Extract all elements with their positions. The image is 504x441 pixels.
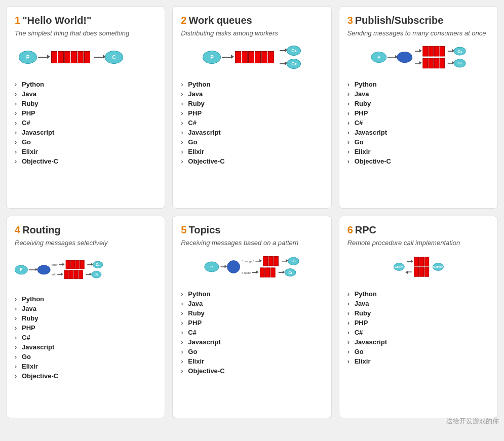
lang-ruby[interactable]: Ruby: [181, 99, 323, 108]
producer-node: P: [15, 265, 28, 274]
lang-elixir[interactable]: Elixir: [347, 356, 489, 366]
lang-javascript[interactable]: Javascript: [347, 337, 489, 347]
lang-python[interactable]: Python: [15, 294, 157, 304]
card-hello-languages: Python Java Ruby PHP C# Javascript Go El…: [15, 79, 157, 166]
lang-javascript[interactable]: Javascript: [181, 128, 323, 137]
lang-javascript[interactable]: Javascript: [181, 337, 323, 347]
card-routing-languages: Python Java Ruby PHP C# Javascript Go El…: [15, 294, 157, 381]
arrow-q2: [415, 63, 420, 64]
lang-csharp[interactable]: C#: [181, 118, 323, 128]
lang-elixir[interactable]: Elixir: [181, 147, 323, 156]
lang-csharp[interactable]: C#: [347, 118, 489, 128]
lang-elixir[interactable]: Elixir: [15, 362, 157, 371]
consumer2-node: C₂: [454, 59, 466, 67]
lang-java[interactable]: Java: [15, 304, 157, 313]
lang-python[interactable]: Python: [347, 289, 489, 299]
lang-objc[interactable]: Objective-C: [347, 156, 489, 166]
lang-csharp[interactable]: C#: [347, 328, 489, 337]
queue1-node: [422, 46, 445, 56]
arrow1: [221, 266, 226, 267]
card-routing-diagram: P error C₁: [15, 252, 157, 287]
lang-javascript[interactable]: Javascript: [15, 342, 157, 352]
arrow-c1: [280, 50, 286, 51]
lang-go[interactable]: Go: [181, 347, 323, 356]
lang-php[interactable]: PHP: [15, 323, 157, 333]
lang-csharp[interactable]: C#: [181, 328, 323, 337]
lang-php[interactable]: PHP: [347, 318, 489, 328]
lang-php[interactable]: PHP: [181, 318, 323, 328]
card-topics-diagram: P *.orange.* C₁ #.rabbit: [195, 255, 308, 279]
lang-csharp[interactable]: C#: [15, 333, 157, 342]
lang-elixir[interactable]: Elixir: [181, 356, 323, 366]
lang-php[interactable]: PHP: [347, 108, 489, 118]
lang-objc[interactable]: Objective-C: [15, 371, 157, 381]
lang-ruby[interactable]: Ruby: [15, 99, 157, 108]
lang-go[interactable]: Go: [15, 352, 157, 362]
lang-java[interactable]: Java: [347, 299, 489, 308]
card-hello-desc: The simplest thing that does something: [15, 29, 157, 37]
consumer1-node: C₁: [287, 46, 301, 56]
queue1-node: [66, 260, 85, 269]
lang-elixir[interactable]: Elixir: [347, 147, 489, 156]
lang-go[interactable]: Go: [181, 137, 323, 147]
arrow-c1: [282, 261, 287, 262]
lang-ruby[interactable]: Ruby: [181, 308, 323, 318]
queue2-node: [64, 270, 83, 278]
arrow-c2: [448, 63, 453, 64]
lang-javascript[interactable]: Javascript: [15, 128, 157, 137]
lang-elixir[interactable]: Elixir: [15, 147, 157, 156]
arrow-c1: [87, 264, 92, 265]
reply-arrow: [407, 271, 411, 272]
lang-objc[interactable]: Objective-C: [181, 366, 323, 376]
queue-node: [235, 51, 275, 63]
lang-php[interactable]: PHP: [181, 108, 323, 118]
lang-objc[interactable]: Objective-C: [181, 156, 323, 166]
arrow1: [222, 57, 232, 58]
server-node: Server: [433, 263, 444, 271]
lang-ruby[interactable]: Ruby: [15, 313, 157, 323]
lang-java[interactable]: Java: [15, 89, 157, 99]
lang-java[interactable]: Java: [181, 89, 323, 99]
queue1-node: [263, 256, 279, 266]
card-pubsub-languages: Python Java Ruby PHP C# Javascript Go El…: [347, 79, 489, 166]
producer-node: P: [205, 262, 219, 272]
card-pubsub: 3Publish/Subscribe Sending messages to m…: [339, 6, 498, 209]
card-topics: 5Topics Receiving messages based on a pa…: [172, 216, 331, 418]
lang-go[interactable]: Go: [347, 137, 489, 147]
lang-javascript[interactable]: Javascript: [347, 128, 489, 137]
lang-php[interactable]: PHP: [15, 108, 157, 118]
lang-csharp[interactable]: C#: [15, 118, 157, 128]
lang-go[interactable]: Go: [15, 137, 157, 147]
lang-java[interactable]: Java: [347, 89, 489, 99]
lang-python[interactable]: Python: [347, 79, 489, 89]
queue2-node: [260, 268, 276, 277]
req-arrow: [407, 261, 411, 262]
card-rpc-diagram: Client: [363, 255, 474, 279]
producer-node: P: [19, 51, 37, 64]
exchange-node: [227, 260, 241, 273]
arrow-c2: [280, 63, 286, 64]
card-rpc-languages: Python Java Ruby PHP C# Javascript Go El…: [347, 289, 489, 366]
lang-java[interactable]: Java: [181, 299, 323, 308]
producer-node: P: [371, 52, 386, 63]
lang-python[interactable]: Python: [181, 289, 323, 299]
arrow-q2: [253, 272, 258, 273]
lang-python[interactable]: Python: [15, 79, 157, 89]
lang-ruby[interactable]: Ruby: [347, 99, 489, 108]
card-hello-title: 1"Hello World!": [15, 15, 157, 26]
consumer2-node: C₂: [285, 268, 296, 276]
arrow1: [29, 269, 36, 269]
card-pubsub-desc: Sending messages to many consumers at on…: [347, 29, 489, 37]
card-hello: 1"Hello World!" The simplest thing that …: [6, 6, 165, 209]
arrow-q1: [256, 261, 261, 262]
lang-ruby[interactable]: Ruby: [347, 308, 489, 318]
card-work-languages: Python Java Ruby PHP C# Javascript Go El…: [181, 79, 323, 166]
lang-python[interactable]: Python: [181, 79, 323, 89]
card-rpc-title: 6RPC: [347, 224, 489, 236]
queue2-node: [422, 58, 445, 68]
card-routing-desc: Receiving messages selectively: [15, 239, 157, 247]
lang-objc[interactable]: Objective-C: [15, 156, 157, 166]
lang-go[interactable]: Go: [347, 347, 489, 356]
arrow1: [387, 57, 396, 58]
rpc-queue: [414, 257, 429, 267]
